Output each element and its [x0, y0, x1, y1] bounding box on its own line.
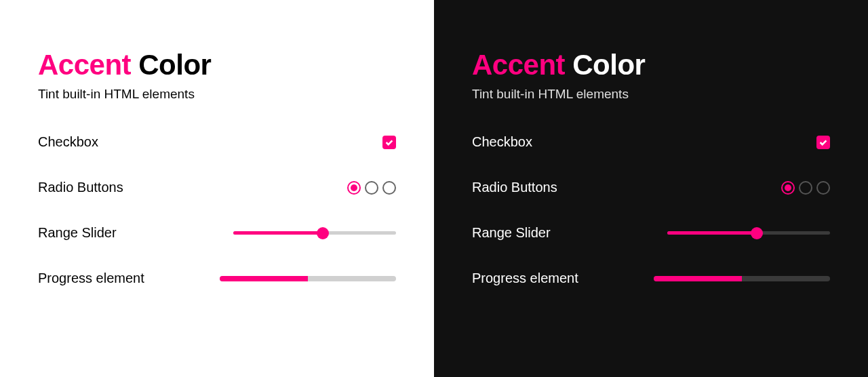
checkbox-input[interactable] — [816, 136, 830, 149]
title-accent-word: Accent — [472, 49, 565, 81]
range-label: Range Slider — [472, 225, 551, 241]
title-accent-word: Accent — [38, 49, 131, 81]
radio-option-1[interactable] — [347, 181, 361, 195]
progress-label: Progress element — [38, 271, 144, 286]
checkbox-label: Checkbox — [38, 134, 98, 150]
radio-row: Radio Buttons — [472, 180, 830, 195]
progress-fill — [220, 276, 308, 281]
radio-option-3[interactable] — [382, 181, 396, 195]
range-row: Range Slider — [472, 225, 830, 241]
title-rest: Color — [572, 49, 645, 81]
page-title: Accent Color — [38, 49, 396, 81]
slider-thumb[interactable] — [751, 227, 763, 239]
radio-option-2[interactable] — [799, 181, 812, 195]
light-theme-pane: Accent Color Tint built-in HTML elements… — [0, 0, 434, 377]
slider-thumb[interactable] — [317, 227, 329, 239]
range-label: Range Slider — [38, 225, 117, 241]
radio-group — [781, 181, 830, 195]
range-slider[interactable] — [233, 226, 396, 240]
checkbox-label: Checkbox — [472, 134, 532, 150]
page-title: Accent Color — [472, 49, 830, 81]
radio-row: Radio Buttons — [38, 180, 396, 195]
range-row: Range Slider — [38, 225, 396, 241]
radio-label: Radio Buttons — [472, 180, 557, 195]
checkbox-row: Checkbox — [472, 134, 830, 150]
radio-group — [347, 181, 396, 195]
progress-bar — [654, 276, 830, 281]
checkmark-icon — [818, 138, 828, 147]
dark-theme-pane: Accent Color Tint built-in HTML elements… — [434, 0, 868, 377]
title-rest: Color — [138, 49, 211, 81]
checkbox-input[interactable] — [382, 136, 396, 149]
range-slider[interactable] — [667, 226, 830, 240]
progress-label: Progress element — [472, 271, 578, 286]
checkbox-row: Checkbox — [38, 134, 396, 150]
radio-option-3[interactable] — [816, 181, 830, 195]
subtitle: Tint built-in HTML elements — [38, 87, 396, 102]
progress-bar — [220, 276, 396, 281]
progress-fill — [654, 276, 742, 281]
progress-row: Progress element — [472, 271, 830, 286]
radio-option-2[interactable] — [365, 181, 378, 195]
subtitle: Tint built-in HTML elements — [472, 87, 830, 102]
slider-fill — [667, 231, 757, 235]
slider-fill — [233, 231, 323, 235]
progress-row: Progress element — [38, 271, 396, 286]
radio-option-1[interactable] — [781, 181, 795, 195]
checkmark-icon — [384, 138, 394, 147]
radio-label: Radio Buttons — [38, 180, 123, 195]
